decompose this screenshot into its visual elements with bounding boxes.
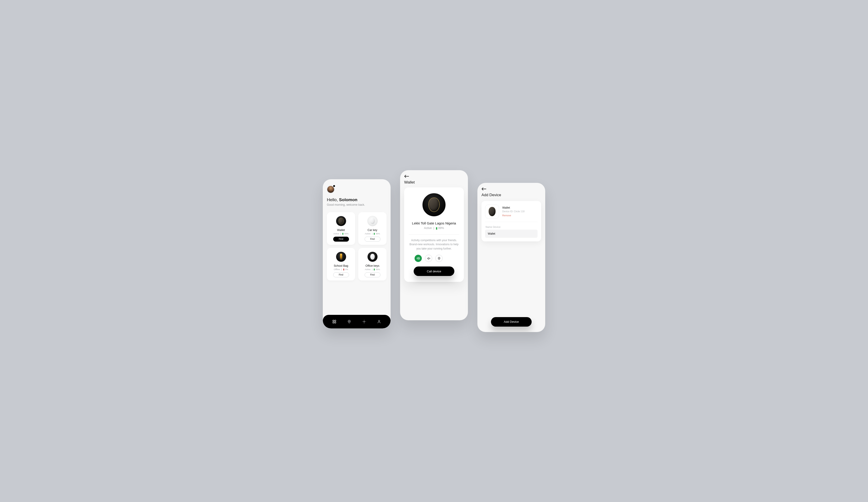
device-thumb-icon bbox=[485, 205, 499, 219]
device-name: Office keys bbox=[365, 264, 380, 268]
battery-icon: ▮ bbox=[374, 268, 375, 271]
svg-rect-2 bbox=[333, 322, 334, 323]
nav-profile-icon[interactable] bbox=[377, 320, 381, 324]
find-button[interactable]: Find bbox=[333, 237, 349, 242]
remove-button[interactable]: Remove bbox=[502, 214, 525, 217]
battery-icon: ▮ bbox=[436, 227, 437, 230]
svg-point-6 bbox=[379, 320, 380, 322]
device-name: School Bag bbox=[334, 264, 348, 268]
add-device-screen: Add Device Wallet Device ID: Circle 118 … bbox=[477, 183, 545, 332]
device-grid: Wallet Active | ▮ 89% Find Car key Activ… bbox=[327, 212, 386, 281]
device-thumb-icon bbox=[367, 252, 378, 262]
nav-location-icon[interactable] bbox=[347, 320, 351, 324]
battery-icon: ▮ bbox=[342, 232, 344, 235]
page-title: Wallet bbox=[404, 180, 464, 185]
device-meta: Offline | ▮ 0% bbox=[334, 268, 348, 271]
device-card-school-bag[interactable]: School Bag Offline | ▮ 0% Find bbox=[327, 248, 355, 281]
add-device-card: Wallet Device ID: Circle 118 Remove Name… bbox=[482, 201, 541, 241]
device-card-wallet[interactable]: Wallet Active | ▮ 89% Find bbox=[327, 212, 355, 245]
nav-grid-icon[interactable] bbox=[332, 320, 336, 324]
back-button[interactable] bbox=[404, 175, 464, 178]
device-meta: Active | ▮ 89% bbox=[365, 232, 380, 235]
device-image-icon bbox=[422, 192, 446, 217]
field-label: Name Device bbox=[486, 226, 538, 228]
svg-rect-0 bbox=[333, 320, 334, 321]
svg-rect-3 bbox=[335, 322, 336, 323]
device-status-meta: Active | ▮ 89% bbox=[424, 227, 444, 230]
svg-rect-1 bbox=[335, 320, 336, 321]
device-card-car-key[interactable]: Car key Active | ▮ 89% Find bbox=[358, 212, 386, 245]
svg-point-4 bbox=[349, 321, 350, 322]
call-device-button[interactable]: Call device bbox=[414, 266, 454, 276]
locate-button[interactable] bbox=[435, 255, 443, 262]
device-id: Device ID: Circle 118 bbox=[502, 210, 525, 213]
find-button[interactable]: Find bbox=[333, 272, 349, 277]
svg-point-7 bbox=[438, 258, 439, 258]
battery-icon: ▮ bbox=[374, 232, 375, 235]
back-button[interactable] bbox=[482, 187, 541, 190]
notification-dot-icon bbox=[333, 185, 335, 187]
device-thumb-icon bbox=[336, 216, 346, 226]
device-name: Wallet bbox=[502, 206, 525, 209]
detail-card: Lekki Toll Gate Lagos Nigeria Active | ▮… bbox=[404, 187, 464, 282]
sound-on-button[interactable] bbox=[415, 255, 422, 262]
nav-locate-icon[interactable] bbox=[362, 320, 366, 324]
find-button[interactable]: Find bbox=[365, 237, 380, 242]
device-thumb-icon bbox=[367, 216, 378, 226]
device-name: Wallet bbox=[337, 229, 345, 232]
add-device-button[interactable]: Add Device bbox=[491, 317, 532, 327]
mute-button[interactable] bbox=[425, 255, 432, 262]
bottom-nav bbox=[323, 315, 391, 328]
device-location: Lekki Toll Gate Lagos Nigeria bbox=[412, 221, 456, 225]
device-meta: Active | ▮ 89% bbox=[333, 232, 349, 235]
device-card-office-keys[interactable]: Office keys Active | ▮ 89% Find bbox=[358, 248, 386, 281]
svg-point-5 bbox=[364, 321, 365, 322]
device-description: Activity competitions with your friends.… bbox=[409, 238, 459, 251]
device-name: Car key bbox=[368, 229, 377, 232]
device-meta: Active | ▮ 89% bbox=[365, 268, 380, 271]
avatar[interactable] bbox=[327, 186, 334, 193]
device-detail-screen: Wallet Lekki Toll Gate Lagos Nigeria Act… bbox=[400, 170, 468, 320]
page-title: Add Device bbox=[482, 193, 541, 197]
find-button[interactable]: Find bbox=[365, 272, 380, 277]
greeting: Hello, Solomon bbox=[327, 197, 386, 202]
greeting-subtitle: Good morning, welcome back. bbox=[327, 203, 386, 206]
device-name-input[interactable]: Wallet bbox=[485, 230, 538, 238]
device-thumb-icon bbox=[336, 252, 346, 262]
battery-icon: ▮ bbox=[343, 268, 344, 271]
home-screen: Hello, Solomon Good morning, welcome bac… bbox=[323, 179, 391, 328]
